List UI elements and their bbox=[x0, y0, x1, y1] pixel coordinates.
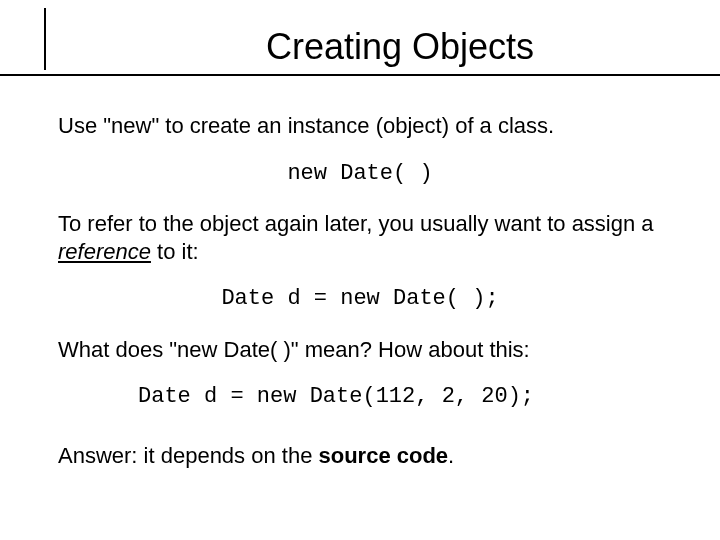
answer-text-a: Answer: it depends on the bbox=[58, 443, 319, 468]
paragraph-3: What does "new Date( )" mean? How about … bbox=[58, 336, 662, 364]
paragraph-2: To refer to the object again later, you … bbox=[58, 210, 662, 265]
code-line-2: Date d = new Date( ); bbox=[58, 285, 662, 314]
title-tick-mark bbox=[44, 8, 46, 70]
answer-line: Answer: it depends on the source code. bbox=[58, 442, 662, 470]
paragraph-2-reference-word: reference bbox=[58, 239, 151, 264]
title-underline bbox=[0, 74, 720, 76]
code-line-1: new Date( ) bbox=[58, 160, 662, 189]
title-area: Creating Objects bbox=[40, 0, 680, 84]
paragraph-2-text-a: To refer to the object again later, you … bbox=[58, 211, 654, 236]
slide: Creating Objects Use "new" to create an … bbox=[0, 0, 720, 540]
paragraph-1: Use "new" to create an instance (object)… bbox=[58, 112, 662, 140]
slide-title: Creating Objects bbox=[40, 26, 680, 68]
paragraph-2-text-b: to it: bbox=[151, 239, 199, 264]
slide-body: Use "new" to create an instance (object)… bbox=[0, 84, 720, 469]
answer-bold: source code bbox=[319, 443, 449, 468]
code-line-3: Date d = new Date(112, 2, 20); bbox=[138, 383, 662, 412]
answer-text-c: . bbox=[448, 443, 454, 468]
